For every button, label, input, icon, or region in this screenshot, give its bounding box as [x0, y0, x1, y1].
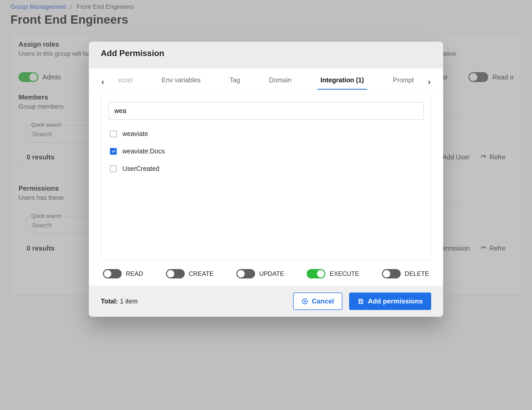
tabs-scroll-left[interactable]: [98, 78, 108, 87]
tab-tag[interactable]: Tag: [228, 75, 241, 90]
option-weaviate[interactable]: weaviate: [110, 130, 422, 138]
cancel-label: Cancel: [312, 297, 334, 305]
toggle-execute[interactable]: [307, 269, 325, 278]
modal-footer: Total: 1 item Cancel Add permissions: [89, 286, 443, 317]
tab-env-variables[interactable]: Env variables: [160, 75, 202, 90]
toggle-read-label: READ: [126, 270, 143, 277]
chevron-left-icon: [100, 80, 106, 85]
total-value: 1 item: [120, 297, 138, 305]
cancel-button[interactable]: Cancel: [293, 293, 342, 310]
modal-overlay[interactable]: Add Permission ecret Env variables Tag D…: [0, 0, 532, 410]
checkbox-weaviate[interactable]: [110, 131, 117, 137]
toggle-read[interactable]: [103, 269, 122, 278]
save-icon: [357, 298, 364, 305]
toggle-delete-label: DELETE: [405, 270, 429, 277]
toggle-create-label: CREATE: [189, 270, 214, 277]
chevron-right-icon: [426, 80, 432, 85]
integration-options: weaviate weaviate:Docs UserCreated: [108, 127, 424, 253]
cancel-icon: [301, 298, 308, 305]
tab-secret-partial[interactable]: ecret: [117, 75, 134, 90]
modal-title: Add Permission: [89, 42, 443, 69]
option-weaviate-docs[interactable]: weaviate:Docs: [110, 147, 422, 155]
permission-toggles: READ CREATE UPDATE EXECUTE DELETE: [101, 261, 431, 278]
toggle-delete[interactable]: [382, 269, 401, 278]
tab-integration[interactable]: Integration (1): [319, 75, 365, 90]
checkbox-weaviate-docs[interactable]: [110, 148, 117, 155]
tab-prompt[interactable]: Prompt: [392, 75, 415, 90]
option-label: UserCreated: [122, 165, 159, 172]
modal-total: Total: 1 item: [101, 297, 140, 305]
toggle-create[interactable]: [166, 269, 185, 278]
add-permission-modal: Add Permission ecret Env variables Tag D…: [89, 42, 443, 317]
option-label: weaviate: [122, 130, 148, 138]
checkbox-usercreated[interactable]: [110, 165, 117, 172]
integration-filter-input[interactable]: [108, 102, 424, 120]
tab-domain[interactable]: Domain: [268, 75, 293, 90]
add-permissions-label: Add permissions: [368, 297, 423, 305]
option-label: weaviate:Docs: [122, 147, 165, 155]
toggle-update-label: UPDATE: [259, 270, 284, 277]
total-label: Total:: [101, 297, 118, 305]
toggle-update[interactable]: [236, 269, 255, 278]
modal-tabs: ecret Env variables Tag Domain Integrati…: [89, 69, 443, 90]
add-permissions-button[interactable]: Add permissions: [349, 293, 431, 310]
toggle-execute-label: EXECUTE: [330, 270, 359, 277]
tabs-scroll-right[interactable]: [424, 78, 434, 87]
integration-filter-card: weaviate weaviate:Docs UserCreated: [101, 95, 431, 261]
option-usercreated[interactable]: UserCreated: [110, 165, 422, 172]
